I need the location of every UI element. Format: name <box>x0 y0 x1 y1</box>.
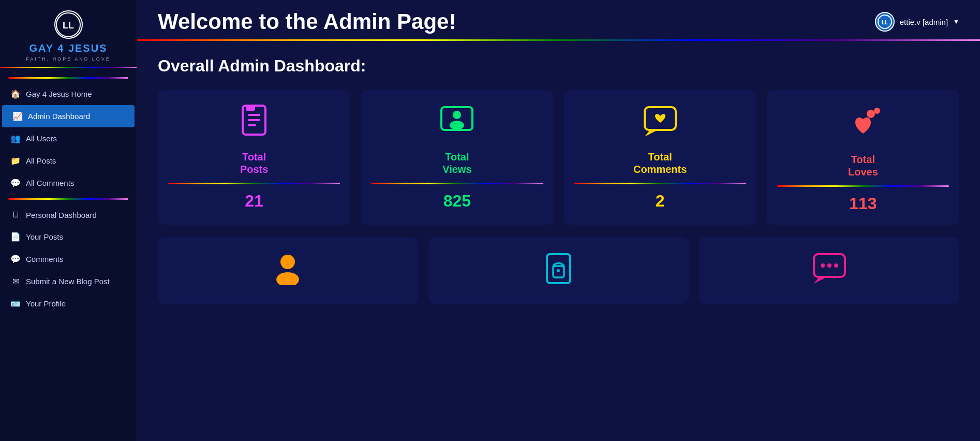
page-title: Welcome to the Admin Page! <box>158 9 456 34</box>
svg-point-16 <box>280 255 295 269</box>
total-comments-divider <box>574 183 746 184</box>
main-content: Welcome to the Admin Page! LL ettie.v [a… <box>137 0 980 441</box>
stats-row: TotalPosts 21 TotalViews 825 TotalCommen… <box>158 90 959 225</box>
sidebar-divider-mid <box>8 198 128 200</box>
sidebar-item-submit-blog[interactable]: ✉ Submit a New Blog Post <box>0 270 137 292</box>
sidebar-item-admin-dashboard[interactable]: 📈 Admin Dashboard <box>2 105 135 127</box>
sidebar-item-all-users[interactable]: 👥 All Users <box>0 127 137 150</box>
dropdown-caret-icon: ▼ <box>953 18 959 25</box>
total-loves-label: TotalLoves <box>848 153 878 178</box>
nav-icon-your-profile: 🪪 <box>10 299 21 308</box>
svg-text:LL: LL <box>882 20 888 25</box>
nav-icon-all-users: 👥 <box>10 134 21 143</box>
top-bar: Welcome to the Admin Page! LL ettie.v [a… <box>137 0 980 41</box>
total-views-label: TotalViews <box>442 151 471 175</box>
bottom-card-user-card <box>158 237 418 304</box>
svg-point-15 <box>874 108 880 114</box>
sidebar-divider-top <box>8 77 128 79</box>
logo-area: LL GAY 4 JESUS FAITH, HOPE AND LOVE <box>0 0 137 68</box>
user-card-icon <box>271 252 305 289</box>
total-posts-value: 21 <box>245 192 263 211</box>
sidebar-item-all-posts[interactable]: 📁 All Posts <box>0 150 137 172</box>
nav-label-all-comments: All Comments <box>26 179 74 187</box>
sidebar-item-all-comments[interactable]: 💬 All Comments <box>0 172 137 194</box>
nav-label-submit-blog: Submit a New Blog Post <box>26 277 110 286</box>
total-loves-value: 113 <box>849 194 877 213</box>
content-area: Overall Admin Dashboard: TotalPosts 21 T… <box>137 41 980 441</box>
logo-icon: LL <box>54 10 83 39</box>
nav-label-all-posts: All Posts <box>26 156 56 165</box>
chat-card-icon <box>811 252 848 289</box>
svg-point-25 <box>834 263 838 268</box>
nav-icon-admin-dashboard: 📈 <box>12 111 23 121</box>
sidebar: LL GAY 4 JESUS FAITH, HOPE AND LOVE 🏠 Ga… <box>0 0 137 441</box>
svg-rect-8 <box>246 106 255 111</box>
nav-label-your-posts: Your Posts <box>26 232 63 241</box>
svg-point-11 <box>450 121 464 130</box>
nav-label-comments: Comments <box>26 255 64 263</box>
stat-card-total-views: TotalViews 825 <box>361 90 553 225</box>
total-views-value: 825 <box>443 192 471 211</box>
sidebar-nav: 🏠 Gay 4 Jesus Home📈 Admin Dashboard👥 All… <box>0 83 137 315</box>
svg-point-24 <box>827 263 831 268</box>
nav-icon-comments: 💬 <box>10 254 21 264</box>
total-posts-divider <box>168 183 340 184</box>
total-views-divider <box>371 183 543 184</box>
nav-icon-home: 🏠 <box>10 89 21 99</box>
svg-rect-5 <box>248 114 260 116</box>
total-views-icon <box>439 105 475 142</box>
nav-icon-your-posts: 📄 <box>10 232 21 242</box>
nav-label-all-users: All Users <box>26 134 57 143</box>
stat-card-total-posts: TotalPosts 21 <box>158 90 350 225</box>
svg-point-17 <box>276 272 299 285</box>
nav-label-personal-dashboard: Personal Dashboard <box>26 211 97 219</box>
total-posts-label: TotalPosts <box>240 151 268 175</box>
svg-rect-6 <box>248 119 260 121</box>
nav-label-your-profile: Your Profile <box>26 299 66 308</box>
bottom-card-chat-card <box>699 237 959 304</box>
svg-text:LL: LL <box>63 20 74 31</box>
nav-icon-all-posts: 📁 <box>10 156 21 166</box>
svg-rect-18 <box>547 254 570 283</box>
total-comments-icon <box>642 105 678 142</box>
sidebar-item-your-posts[interactable]: 📄 Your Posts <box>0 226 137 248</box>
total-loves-icon <box>845 105 881 145</box>
total-loves-divider <box>777 185 949 187</box>
user-badge[interactable]: LL ettie.v [admin] ▼ <box>875 12 959 32</box>
nav-icon-submit-blog: ✉ <box>10 276 21 286</box>
bottom-card-lock-card <box>428 237 689 304</box>
svg-rect-7 <box>248 124 256 126</box>
stat-card-total-loves: TotalLoves 113 <box>767 90 959 225</box>
total-comments-value: 2 <box>656 192 665 211</box>
logo-tagline: FAITH, HOPE AND LOVE <box>26 56 111 62</box>
bottom-cards-row <box>158 237 959 304</box>
nav-label-admin-dashboard: Admin Dashboard <box>28 112 90 121</box>
svg-point-20 <box>557 269 560 272</box>
user-label: ettie.v [admin] <box>900 18 948 26</box>
lock-card-icon <box>542 252 575 289</box>
svg-marker-13 <box>645 130 658 137</box>
sidebar-item-comments[interactable]: 💬 Comments <box>0 248 137 270</box>
user-avatar: LL <box>875 12 895 32</box>
sidebar-item-home[interactable]: 🏠 Gay 4 Jesus Home <box>0 83 137 105</box>
section-title: Overall Admin Dashboard: <box>158 56 959 76</box>
total-comments-label: TotalComments <box>633 151 687 175</box>
sidebar-item-personal-dashboard[interactable]: 🖥 Personal Dashboard <box>0 204 137 226</box>
nav-label-home: Gay 4 Jesus Home <box>26 90 92 98</box>
nav-icon-all-comments: 💬 <box>10 178 21 188</box>
svg-point-23 <box>821 263 825 268</box>
nav-icon-personal-dashboard: 🖥 <box>10 210 21 219</box>
total-posts-icon <box>239 105 270 142</box>
svg-point-10 <box>453 111 461 119</box>
sidebar-item-your-profile[interactable]: 🪪 Your Profile <box>0 292 137 315</box>
svg-point-14 <box>867 110 875 118</box>
stat-card-total-comments: TotalComments 2 <box>564 90 756 225</box>
logo-text: GAY 4 JESUS <box>29 42 108 54</box>
